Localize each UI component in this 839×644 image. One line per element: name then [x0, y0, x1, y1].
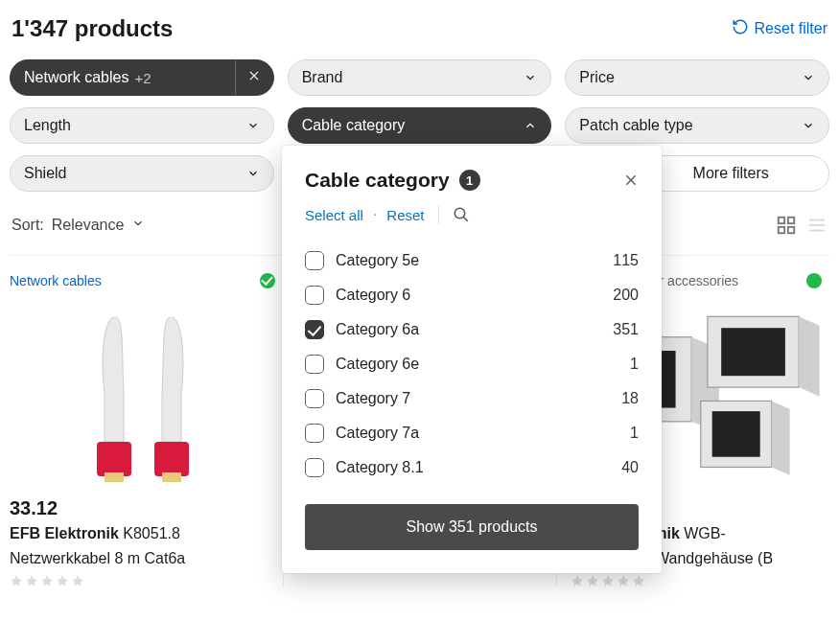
product-card[interactable]: Network cables 33.12 EFB Elektronik K805…: [10, 255, 283, 587]
sort-dropdown[interactable]: Sort: Relevance: [12, 217, 145, 234]
availability-badge: [260, 273, 275, 288]
checkbox[interactable]: [305, 355, 324, 374]
svg-rect-7: [97, 442, 131, 476]
chevron-down-icon: [131, 217, 145, 234]
filter-option-count: 200: [613, 287, 639, 304]
filter-option-count: 115: [613, 252, 639, 269]
reset-filter-label: Reset filter: [755, 20, 827, 37]
filter-option-count: 18: [621, 390, 639, 407]
filter-option[interactable]: Category 718: [305, 381, 639, 416]
filter-option-label: Category 7: [336, 390, 410, 407]
filter-option-label: Category 6a: [336, 321, 419, 338]
filter-option[interactable]: Category 6200: [305, 278, 639, 312]
svg-rect-15: [721, 328, 785, 376]
filter-brand-label: Brand: [302, 69, 343, 86]
filter-network-cables[interactable]: Network cables +2: [10, 59, 274, 96]
filter-network-cables-label: Network cables: [24, 69, 128, 86]
filter-shield[interactable]: Shield: [10, 155, 274, 192]
list-view-icon[interactable]: [806, 215, 827, 236]
filter-option-count: 1: [630, 425, 639, 442]
filter-option-label: Category 8.1: [336, 459, 424, 476]
filter-option-count: 351: [613, 321, 639, 338]
svg-rect-18: [712, 411, 760, 457]
select-all-link[interactable]: Select all: [305, 207, 363, 223]
chevron-down-icon: [802, 71, 815, 84]
close-icon: [623, 174, 639, 191]
checkbox[interactable]: [305, 251, 324, 270]
filter-price[interactable]: Price: [565, 59, 829, 96]
svg-marker-19: [772, 401, 790, 474]
filter-shield-label: Shield: [24, 165, 66, 182]
checkbox[interactable]: [305, 389, 324, 408]
filter-option[interactable]: Category 7a1: [305, 416, 639, 450]
sort-label: Sort:: [12, 217, 44, 234]
refresh-icon: [732, 18, 749, 39]
filter-network-cables-clear[interactable]: [235, 60, 273, 95]
popup-title: Cable category: [305, 169, 450, 192]
filter-option[interactable]: Category 6e1: [305, 347, 639, 381]
filter-option-count: 40: [621, 459, 639, 476]
chevron-down-icon: [802, 119, 815, 132]
checkbox[interactable]: [305, 320, 324, 339]
svg-rect-2: [779, 227, 784, 233]
product-rating: [571, 574, 822, 587]
chevron-down-icon: [524, 71, 537, 84]
show-products-button[interactable]: Show 351 products: [305, 504, 639, 550]
product-title: EFB Elektronik K8051.8: [10, 523, 275, 544]
grid-view-icon[interactable]: [776, 215, 797, 236]
filter-option-label: Category 5e: [336, 252, 419, 269]
filter-patch-cable-type-label: Patch cable type: [579, 117, 692, 134]
filter-option[interactable]: Category 8.140: [305, 450, 639, 485]
checkbox[interactable]: [305, 424, 324, 443]
filter-option-label: Category 6e: [336, 356, 419, 373]
svg-rect-10: [162, 472, 181, 482]
filter-length[interactable]: Length: [10, 107, 274, 144]
svg-rect-1: [788, 218, 794, 223]
close-icon: [247, 69, 261, 86]
popup-close-button[interactable]: [623, 172, 639, 188]
filter-option[interactable]: Category 6a351: [305, 312, 639, 347]
svg-point-20: [454, 208, 465, 218]
filter-network-cables-extra: +2: [134, 70, 151, 86]
filter-price-label: Price: [579, 69, 614, 86]
filter-brand[interactable]: Brand: [288, 59, 552, 96]
popup-search-button[interactable]: [453, 206, 470, 223]
reset-link[interactable]: Reset: [386, 207, 424, 223]
checkbox[interactable]: [305, 286, 324, 305]
product-rating: [10, 574, 275, 587]
filter-cable-category-label: Cable category: [302, 117, 406, 134]
availability-badge: [806, 273, 822, 288]
product-brand: EFB Elektronik: [10, 525, 119, 541]
chevron-up-icon: [524, 119, 537, 132]
filter-length-label: Length: [24, 117, 71, 134]
popup-selected-count: 1: [459, 170, 480, 191]
svg-rect-0: [779, 218, 784, 223]
svg-rect-9: [154, 442, 189, 476]
chevron-down-icon: [246, 167, 260, 180]
product-category[interactable]: Network cables: [10, 273, 102, 288]
filter-cable-category[interactable]: Cable category: [288, 107, 552, 144]
filter-option-count: 1: [630, 356, 639, 373]
svg-marker-16: [799, 316, 819, 396]
svg-rect-3: [788, 227, 794, 233]
filter-option-label: Category 7a: [336, 425, 419, 442]
svg-rect-8: [105, 472, 124, 482]
product-subtitle: Netzwerkkabel 8 m Cat6a: [10, 548, 275, 569]
product-count: 1'347 products: [12, 15, 173, 42]
filter-patch-cable-type[interactable]: Patch cable type: [565, 107, 829, 144]
product-price: 33.12: [10, 497, 275, 519]
filter-option-label: Category 6: [336, 287, 410, 304]
checkbox[interactable]: [305, 458, 324, 477]
product-name: WGB-: [684, 525, 726, 541]
separator-dot: ·: [373, 206, 377, 223]
filter-option[interactable]: Category 5e115: [305, 243, 639, 278]
cable-category-popup: Cable category 1 Select all · Reset Cate…: [282, 146, 662, 573]
reset-filter-link[interactable]: Reset filter: [732, 18, 827, 39]
chevron-down-icon: [246, 119, 260, 132]
sort-value: Relevance: [52, 217, 125, 234]
product-image: [10, 298, 275, 490]
svg-line-21: [463, 217, 468, 221]
divider: [438, 205, 439, 224]
search-icon: [453, 210, 470, 226]
product-name: K8051.8: [123, 525, 180, 541]
